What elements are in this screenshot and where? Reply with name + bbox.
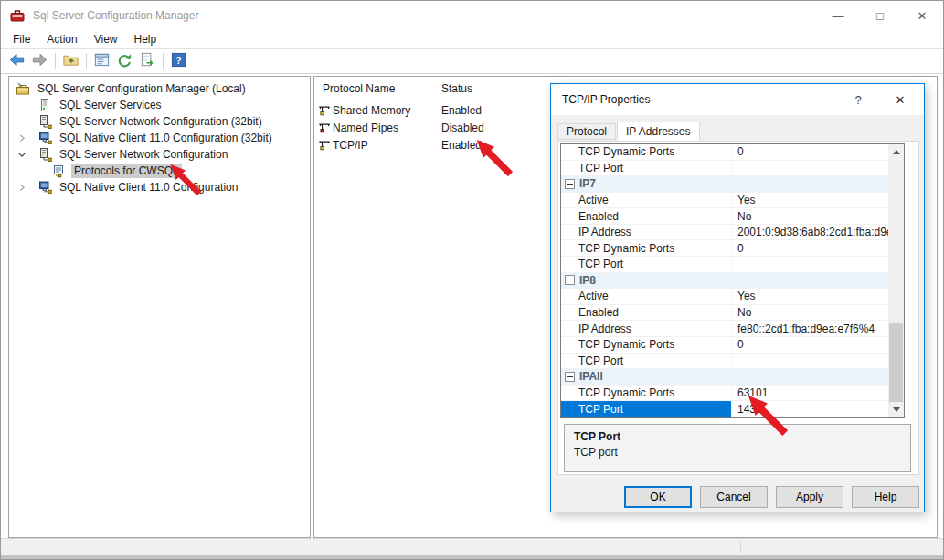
refresh-button[interactable]	[113, 50, 136, 72]
grid-property-label: TCP Dynamic Ports	[561, 240, 731, 256]
grid-section-row[interactable]: IPAll	[561, 369, 888, 386]
grid-property-row[interactable]: TCP Dynamic Ports0	[561, 337, 888, 354]
protocol-icon	[318, 139, 331, 152]
grid-property-value[interactable]: 2001:0:9d38:6ab8:2cd1:fba:d9ea:	[731, 225, 888, 240]
grid-property-row[interactable]: TCP Port	[561, 354, 888, 370]
minimize-button[interactable]: —	[817, 1, 859, 30]
grid-property-value[interactable]: Yes	[731, 289, 888, 304]
column-header-protocol-name[interactable]: Protocol Name	[323, 82, 395, 95]
grid-property-row[interactable]: TCP Port	[561, 161, 888, 177]
maximize-button[interactable]: □	[859, 1, 901, 30]
grid-property-row[interactable]: TCP Port1433	[561, 401, 888, 417]
tree-item-label: SQL Server Network Configuration	[57, 147, 230, 162]
grid-property-label: TCP Port	[561, 401, 731, 417]
dialog-close-button[interactable]: ✕	[882, 84, 918, 115]
tree-item[interactable]: SQL Native Client 11.0 Configuration	[9, 179, 310, 195]
grid-property-row[interactable]: EnabledNo	[561, 305, 888, 322]
menu-bar: FileActionViewHelp	[1, 30, 943, 49]
grid-property-row[interactable]: TCP Dynamic Ports0	[561, 240, 888, 257]
grid-property-value[interactable]: fe80::2cd1:fba:d9ea:e7f6%4	[731, 321, 888, 336]
menu-file[interactable]: File	[5, 30, 38, 48]
tree-item-label: SQL Native Client 11.0 Configuration	[57, 180, 240, 195]
chevron-slot	[16, 114, 37, 129]
ip-addresses-tab-page: TCP Dynamic Ports0TCP PortIP7ActiveYesEn…	[557, 141, 919, 475]
grid-property-row[interactable]: ActiveYes	[561, 289, 888, 305]
close-button[interactable]: ✕	[901, 1, 943, 30]
collapse-icon[interactable]	[565, 275, 575, 285]
tree-item[interactable]: SQL Native Client 11.0 Configuration (32…	[9, 130, 310, 146]
tree-item-label: SQL Server Network Configuration (32bit)	[57, 114, 265, 129]
grid-section-row[interactable]: IP8	[561, 273, 888, 290]
grid-property-label: TCP Port	[561, 257, 731, 272]
grid-property-label: TCP Dynamic Ports	[561, 144, 731, 160]
ok-button[interactable]: OK	[624, 486, 692, 508]
grid-property-value[interactable]: No	[731, 208, 888, 224]
show-properties-button[interactable]	[90, 50, 113, 72]
grid-property-value[interactable]: 0	[731, 337, 888, 353]
menu-help[interactable]: Help	[126, 30, 165, 48]
network-icon	[37, 114, 52, 129]
tcpip-properties-dialog: TCP/IP Properties ? ✕ ProtocolIP Address…	[550, 83, 925, 512]
grid-property-value[interactable]	[731, 161, 888, 176]
cancel-button[interactable]: Cancel	[700, 486, 768, 508]
grid-scrollbar[interactable]	[888, 144, 904, 417]
dialog-help-button[interactable]: ?	[845, 84, 871, 115]
forward-button[interactable]	[28, 50, 51, 72]
grid-property-row[interactable]: TCP Dynamic Ports0	[561, 144, 888, 161]
tree-item[interactable]: SQL Server Configuration Manager (Local)	[9, 80, 310, 97]
collapse-icon[interactable]	[565, 179, 575, 189]
tree-item[interactable]: SQL Server Services	[9, 97, 310, 113]
grid-property-value[interactable]: Yes	[731, 193, 888, 208]
column-separator[interactable]	[430, 79, 430, 98]
export-list-button[interactable]	[136, 50, 159, 72]
grid-property-value[interactable]: No	[731, 305, 888, 321]
tree-item[interactable]: Protocols for CWSQL	[9, 163, 310, 179]
grid-section-row[interactable]: IP7	[561, 176, 888, 193]
text-caret	[763, 403, 764, 415]
grid-property-value[interactable]: 1433	[731, 401, 888, 417]
grid-property-label: IP Address	[561, 321, 731, 336]
grid-property-row[interactable]: TCP Dynamic Ports63101	[561, 386, 888, 402]
up-one-level-button[interactable]	[59, 50, 82, 72]
tree-item[interactable]: SQL Server Network Configuration	[9, 146, 310, 163]
chevron-collapsed-icon[interactable]	[16, 131, 37, 145]
column-header-status[interactable]: Status	[441, 82, 472, 95]
scrollbar-thumb[interactable]	[889, 323, 903, 402]
tree-item-label: SQL Server Configuration Manager (Local)	[35, 81, 249, 96]
grid-property-row[interactable]: TCP Port	[561, 257, 888, 273]
collapse-icon[interactable]	[565, 372, 575, 382]
property-grid: TCP Dynamic Ports0TCP PortIP7ActiveYesEn…	[560, 143, 905, 418]
menu-action[interactable]: Action	[38, 30, 85, 48]
statusbar-separator	[740, 541, 741, 553]
grid-property-row[interactable]: ActiveYes	[561, 193, 888, 209]
grid-section-label: IP7	[579, 177, 596, 190]
help-button[interactable]: Help	[852, 486, 919, 508]
grid-property-row[interactable]: IP Address2001:0:9d38:6ab8:2cd1:fba:d9ea…	[561, 225, 888, 241]
grid-property-value[interactable]: 63101	[731, 386, 888, 401]
grid-property-value[interactable]: 0	[731, 144, 888, 160]
grid-property-row[interactable]: EnabledNo	[561, 208, 888, 225]
dialog-buttons: OKCancelApplyHelp	[551, 486, 924, 508]
window-controls: — □ ✕	[817, 1, 943, 30]
tab-protocol[interactable]: Protocol	[557, 123, 616, 140]
apply-button[interactable]: Apply	[776, 486, 843, 508]
help-button[interactable]: ?	[167, 50, 190, 72]
scroll-down-icon[interactable]	[888, 402, 904, 417]
scroll-up-icon[interactable]	[888, 144, 904, 160]
tab-ip-addresses[interactable]: IP Addresses	[617, 122, 700, 141]
status-bar	[1, 538, 943, 555]
protocol-status: Enabled	[441, 139, 482, 152]
chevron-collapsed-icon[interactable]	[16, 180, 37, 195]
back-button[interactable]	[5, 50, 28, 72]
menu-view[interactable]: View	[86, 30, 126, 48]
toolbar-separator	[163, 53, 164, 69]
chevron-expanded-icon[interactable]	[16, 147, 37, 162]
grid-property-label: Enabled	[561, 208, 731, 224]
grid-property-value[interactable]	[731, 257, 888, 272]
grid-property-row[interactable]: IP Addressfe80::2cd1:fba:d9ea:e7f6%4	[561, 321, 888, 337]
protocol-status: Enabled	[441, 104, 482, 117]
tree-item[interactable]: SQL Server Network Configuration (32bit)	[9, 113, 310, 130]
server-icon	[37, 98, 52, 112]
grid-property-value[interactable]: 0	[731, 240, 888, 256]
grid-property-value[interactable]	[731, 354, 888, 369]
